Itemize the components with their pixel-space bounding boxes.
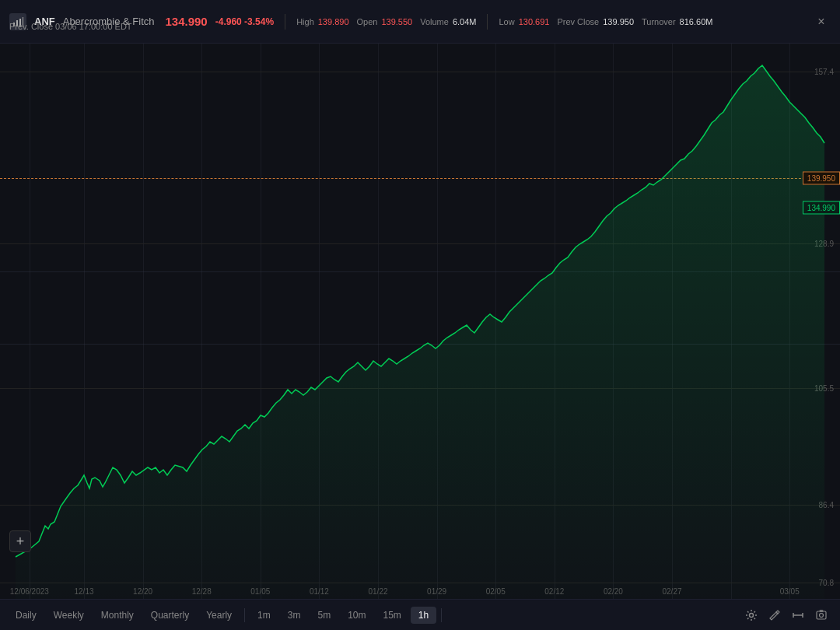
add-indicator-button[interactable]: + [9, 530, 31, 552]
timeframe-yearly[interactable]: Yearly [198, 607, 240, 624]
toolbar-separator-1 [244, 608, 245, 622]
interval-1h[interactable]: 1h [411, 607, 436, 624]
svg-rect-8 [817, 611, 826, 619]
toolbar-separator-2 [441, 608, 442, 622]
svg-point-9 [820, 613, 824, 617]
bottom-toolbar: Daily Weekly Monthly Quarterly Yearly 1m… [0, 599, 840, 630]
divider2 [487, 14, 488, 30]
close-button[interactable]: × [812, 12, 831, 31]
timeframe-quarterly[interactable]: Quarterly [143, 607, 197, 624]
price-change: -4.960 -3.54% [215, 16, 274, 27]
open-stat: Open 139.550 [357, 17, 413, 26]
screenshot-icon[interactable] [810, 604, 832, 626]
current-price-tag: 134.990 [803, 201, 840, 215]
svg-point-4 [750, 613, 754, 617]
timeframe-daily[interactable]: Daily [8, 607, 44, 624]
settings-icon[interactable] [740, 604, 762, 626]
volume-stat: Volume 6.04M [420, 17, 476, 26]
interval-5m[interactable]: 5m [310, 607, 338, 624]
draw-icon[interactable] [764, 604, 786, 626]
interval-1m[interactable]: 1m [250, 607, 278, 624]
high-stat: High 139.890 [296, 17, 348, 26]
chart-header: ANF Abercrombie & Fitch 134.990 -4.960 -… [0, 0, 840, 44]
prev-close-stat: Prev Close 139.950 [557, 17, 634, 26]
timeframe-weekly[interactable]: Weekly [46, 607, 92, 624]
price-line-chart [0, 44, 840, 599]
interval-10m[interactable]: 10m [340, 607, 373, 624]
prev-close-price-tag: 139.950 [803, 171, 840, 184]
interval-3m[interactable]: 3m [280, 607, 309, 624]
current-price: 134.990 [165, 15, 207, 28]
prev-close-date: Prev. Close 03/06 17:00:00 EDT [9, 22, 132, 31]
chart-area: 157.4 128.9 105.5 86.4 70.8 12/06/2023 1… [0, 44, 840, 599]
interval-15m[interactable]: 15m [375, 607, 408, 624]
low-stat: Low 130.691 [499, 17, 549, 26]
timeframe-monthly[interactable]: Monthly [93, 607, 142, 624]
turnover-stat: Turnover 816.60M [642, 17, 712, 26]
measure-icon[interactable] [787, 604, 809, 626]
divider [285, 14, 285, 30]
